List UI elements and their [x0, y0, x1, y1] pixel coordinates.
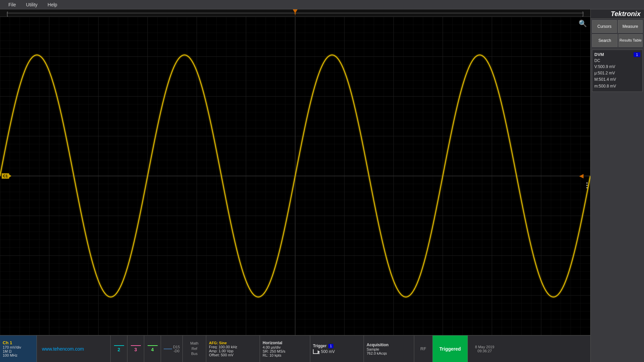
- afg-freq: Freq: 100.00 kHz: [209, 345, 257, 349]
- scope-area: [ ] T C1 ◄: [0, 9, 590, 362]
- dvm-min-value: m:500.8 mV: [594, 83, 640, 89]
- waveform-canvas: [0, 17, 590, 335]
- ch1-label[interactable]: C1: [2, 173, 11, 179]
- website-url: www.tehencom.com: [42, 346, 84, 352]
- dvm-m-value: M:501.4 mV: [594, 76, 640, 83]
- ch4-label: 4: [151, 347, 154, 352]
- brand-text: Tektronix: [611, 10, 641, 18]
- measure-button[interactable]: Measure: [618, 20, 643, 33]
- ch3-label: 3: [135, 347, 137, 352]
- triggered-button[interactable]: Triggered: [433, 336, 468, 362]
- dvm-mu-value: μ:501.2 mV: [594, 70, 640, 76]
- magnify-icon[interactable]: 🔍: [579, 19, 587, 27]
- website-link: www.tehencom.com: [37, 336, 111, 362]
- time-display: 09:36:27: [478, 349, 492, 353]
- search-button[interactable]: Search: [592, 34, 618, 47]
- menu-utility[interactable]: Utility: [21, 2, 43, 7]
- math-ref-bus[interactable]: MathRefBus: [183, 336, 206, 362]
- tektronix-logo: Tektronix: [591, 9, 644, 19]
- afg-status[interactable]: AFG: Sine Freq: 100.00 kHz Amp: 1.00 Vpp…: [206, 336, 260, 362]
- rf-status[interactable]: RF: [414, 336, 433, 362]
- acquisition-count: 762.0 kAcqs: [367, 351, 411, 355]
- acquisition-mode: Sample: [367, 347, 411, 351]
- scope-options-dots[interactable]: [586, 182, 588, 188]
- rf-label: RF: [420, 346, 426, 351]
- ch1-status[interactable]: Ch 1 170 mV/div 1M Ω 100 MHz: [0, 336, 37, 362]
- afg-amp: Amp: 1.00 Vpp: [209, 349, 257, 353]
- horizontal-record-length: RL: 10 kpts: [263, 353, 307, 357]
- trigger-level-arrow[interactable]: ◄: [578, 172, 585, 180]
- menu-bar: File Utility Help: [0, 0, 644, 9]
- date-display: 8 May 2019: [475, 345, 494, 349]
- trigger-status[interactable]: Trigger 1 500 mV: [310, 336, 364, 362]
- ch2-indicator[interactable]: 2: [111, 336, 127, 362]
- afg-offset: Offset: 500 mV: [209, 353, 257, 357]
- trigger-label: Trigger: [313, 344, 327, 348]
- ch3-indicator[interactable]: 3: [127, 336, 144, 362]
- trigger-channel-badge: 1: [328, 344, 334, 348]
- horizontal-status[interactable]: Horizontal 4.00 μs/div SR: 250 MS/s RL: …: [260, 336, 310, 362]
- cursors-button[interactable]: Cursors: [592, 20, 617, 33]
- dvm-channel-badge: 1: [634, 52, 640, 57]
- results-table-button[interactable]: Results Table: [619, 34, 643, 47]
- afg-label: AFG: Sine: [209, 341, 257, 345]
- status-bar: Ch 1 170 mV/div 1M Ω 100 MHz www.tehenco…: [0, 335, 590, 362]
- horizontal-sample-rate: SR: 250 MS/s: [263, 349, 307, 353]
- datetime-display: 8 May 2019 09:36:27: [468, 336, 501, 362]
- menu-file[interactable]: File: [3, 2, 21, 7]
- dvm-title: DVM: [594, 52, 604, 57]
- trigger-position-bar: [ ] T: [0, 9, 590, 17]
- ch4-indicator[interactable]: 4: [144, 336, 161, 362]
- horizontal-time-div: 4.00 μs/div: [263, 345, 307, 349]
- ch1-label-text: Ch 1: [3, 340, 34, 345]
- trigger-position-marker[interactable]: T: [293, 9, 298, 16]
- horizontal-label: Horizontal: [263, 341, 307, 345]
- waveform-display: C1 ◄ 🔍: [0, 17, 590, 335]
- d15-indicator[interactable]: D15-D0: [161, 336, 183, 362]
- right-panel: Tektronix Cursors Measure Search Results…: [590, 9, 644, 362]
- acquisition-label: Acquisition: [367, 343, 411, 347]
- math-ref-bus-label: MathRefBus: [190, 341, 198, 356]
- ch1-impedance: 1M Ω: [3, 349, 34, 353]
- dvm-v-value: V:500.9 mV: [594, 64, 640, 70]
- ch2-label: 2: [118, 347, 120, 352]
- ch1-bandwidth: 100 MHz: [3, 353, 34, 357]
- d15-label: D15-D0: [173, 345, 180, 353]
- acquisition-status[interactable]: Acquisition Sample 762.0 kAcqs: [364, 336, 414, 362]
- menu-help[interactable]: Help: [43, 2, 62, 7]
- dvm-mode: DC: [594, 58, 640, 63]
- trigger-level: 500 mV: [321, 349, 335, 354]
- dvm-panel[interactable]: DVM 1 DC V:500.9 mV μ:501.2 mV M:501.4 m…: [592, 50, 643, 92]
- ch1-volts-div: 170 mV/div: [3, 345, 34, 349]
